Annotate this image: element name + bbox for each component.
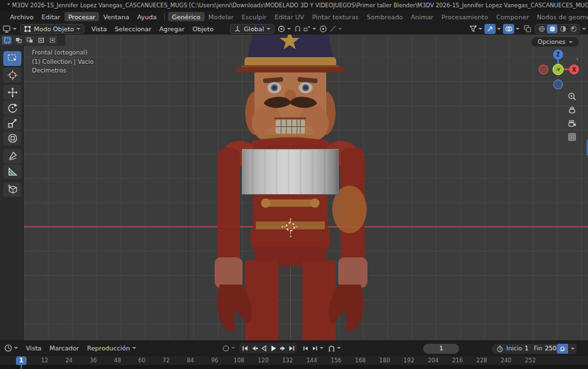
current-frame-value: 1	[439, 345, 443, 352]
tool-transform[interactable]	[3, 131, 21, 146]
timeline-ruler[interactable]: 1224364860728496108120132144156168180192…	[0, 355, 588, 365]
jump-to-end-button[interactable]	[287, 344, 296, 352]
auto-keying-toggle[interactable]	[222, 344, 235, 352]
cursor-3d	[283, 219, 298, 234]
menu-item[interactable]: Archivo	[6, 12, 38, 21]
menu-item[interactable]: Editar	[38, 12, 64, 21]
select-mode-set[interactable]	[2, 36, 12, 45]
frame-label: 180	[373, 356, 397, 366]
navigation-gizmo[interactable]: Z X -Y	[538, 47, 581, 91]
select-mode-subtract[interactable]	[25, 36, 35, 45]
shading-rendered-button[interactable]	[568, 25, 579, 33]
blender-window: * M3DV 2026-1S_Jennifer Lopez Vanegas_CA…	[0, 0, 588, 369]
menu-item[interactable]: Ayuda	[134, 12, 161, 21]
overlays-toggle[interactable]	[503, 24, 520, 34]
frame-label: 72	[154, 356, 179, 366]
menu-item[interactable]: Ventana	[99, 12, 133, 21]
tool-select-box[interactable]	[3, 51, 21, 66]
workspace-tab[interactable]: Genérico	[168, 12, 205, 21]
play-reverse-button[interactable]	[259, 344, 268, 352]
workspace-tab[interactable]: Sombreado	[363, 12, 407, 21]
play-button[interactable]	[268, 344, 277, 352]
next-frame-button[interactable]	[310, 344, 319, 352]
workspace-tab[interactable]: Editar UV	[270, 12, 308, 21]
menu-item[interactable]: Procesar	[64, 12, 100, 21]
select-mode-intersect[interactable]	[47, 36, 57, 45]
proportional-edit-controls[interactable]	[319, 25, 342, 33]
workspace-tab[interactable]: Componer	[492, 12, 533, 21]
viewport-menu-item[interactable]: Objeto	[189, 25, 218, 33]
viewport-menu-item[interactable]: Vista	[87, 25, 110, 33]
next-keyframe-button[interactable]	[278, 344, 286, 352]
frame-label: 60	[130, 356, 154, 366]
chevron-down-icon	[320, 347, 324, 349]
cylinder-object[interactable]	[242, 149, 339, 195]
shading-wireframe-button[interactable]	[536, 25, 547, 33]
frame-label: 252	[518, 356, 543, 366]
frame-label: 168	[348, 356, 373, 366]
tool-add-cube[interactable]	[3, 182, 21, 197]
prev-frame-button[interactable]	[301, 344, 310, 352]
tool-cursor[interactable]	[3, 68, 21, 82]
chevron-down-icon	[338, 28, 342, 30]
stopwatch-icon	[496, 345, 504, 352]
workspace-tab[interactable]: Nodos de geometría	[533, 12, 588, 21]
gizmo-axis-minus-z[interactable]	[553, 80, 563, 89]
editor-type-button[interactable]	[2, 25, 17, 33]
timeline-menu-item[interactable]: Marcador	[45, 344, 83, 352]
timeline-menu-item[interactable]: Reproducción	[83, 344, 134, 352]
orientation-select[interactable]: Global	[230, 24, 274, 34]
tool-rotate[interactable]	[3, 100, 21, 115]
zoom-button[interactable]	[566, 90, 578, 102]
solid-shading-icon	[549, 25, 556, 33]
select-mode-invert[interactable]	[36, 36, 46, 45]
workspace-tab[interactable]: Modelar	[205, 12, 238, 21]
pan-hand-button[interactable]	[566, 104, 578, 116]
toggle-ortho-grid-button[interactable]	[566, 131, 578, 143]
options-dropdown[interactable]: Opciones	[531, 37, 579, 47]
options-label: Opciones	[538, 39, 565, 45]
timeline-menu-item[interactable]: Vista	[22, 344, 45, 352]
camera-view-button[interactable]	[566, 118, 578, 130]
workspace-tab[interactable]: Animar	[407, 12, 437, 21]
tool-annotate[interactable]	[3, 149, 21, 164]
playhead-frame: 1	[19, 357, 23, 364]
gizmos-toggle[interactable]	[484, 24, 501, 34]
workspace-tab[interactable]: Esculpir	[238, 12, 270, 21]
filter-button[interactable]	[469, 25, 482, 33]
tool-move[interactable]	[3, 85, 21, 100]
workspace-tab[interactable]: Pintar texturas	[308, 12, 363, 21]
workspace-tab[interactable]: Procesamiento	[437, 12, 492, 21]
frame-label: 228	[470, 356, 494, 366]
tool-scale[interactable]	[3, 116, 21, 130]
timeline-editor-type-button[interactable]	[4, 344, 18, 352]
shading-material-button[interactable]	[557, 25, 568, 33]
tool-measure[interactable]	[3, 164, 21, 179]
playhead[interactable]: 1	[16, 356, 27, 365]
viewport-menu-item[interactable]: Agregar	[155, 25, 189, 33]
chevron-down-icon	[132, 347, 136, 349]
chevron-down-icon	[497, 28, 501, 30]
xray-toggle[interactable]	[522, 24, 533, 34]
snap-controls[interactable]	[294, 25, 316, 33]
gizmo-axis-dot	[290, 235, 292, 237]
shading-solid-button[interactable]	[547, 25, 557, 33]
orbit-icon	[559, 345, 566, 352]
prev-keyframe-button[interactable]	[250, 344, 258, 352]
gizmo-axis-dot	[290, 218, 292, 220]
main-menus: ArchivoEditarProcesarVentanaAyuda	[6, 12, 161, 21]
jump-to-start-button[interactable]	[241, 344, 249, 352]
keying-options[interactable]	[328, 344, 341, 352]
current-frame-field[interactable]: 1	[423, 344, 459, 354]
sidebar-collapse-arrow[interactable]: ‹	[576, 55, 579, 62]
mode-select[interactable]: Modo Objeto	[20, 24, 84, 34]
viewport-menu-item[interactable]: Seleccionar	[111, 25, 155, 33]
timeline-view-toggle[interactable]	[557, 344, 577, 354]
pivot-point-select[interactable]	[277, 25, 291, 33]
playhead-line	[21, 365, 22, 369]
start-label: Inicio	[506, 345, 522, 352]
viewport-3d[interactable]: Frontal (ortogonal) (1) Collection | Vac…	[0, 35, 588, 340]
frame-range-controls[interactable]: Inicio 1 Fin 250	[492, 344, 561, 354]
gizmo-axis-minus-x[interactable]	[539, 65, 548, 74]
select-mode-extend[interactable]	[13, 36, 23, 45]
